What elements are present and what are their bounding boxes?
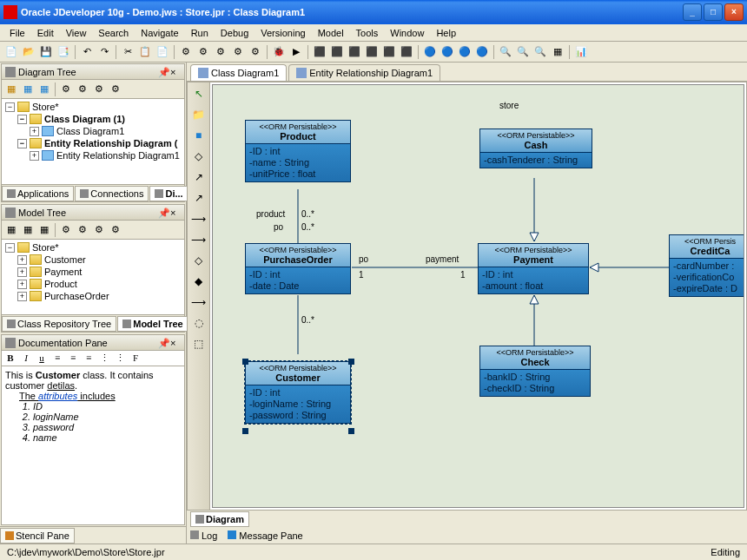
tree-btn-icon[interactable]: ⚙ [108, 222, 123, 238]
underline-icon[interactable]: u [35, 352, 49, 364]
tree-item[interactable]: +Entity Relationship Diagram1 [3, 149, 182, 161]
palette-icon[interactable]: ↗ [191, 190, 207, 206]
class-purchaseorder[interactable]: <<ORM Persistable>>PurchaseOrder -ID : i… [245, 243, 351, 294]
menu-edit[interactable]: Edit [31, 26, 60, 40]
open-icon[interactable]: 📂 [21, 44, 36, 60]
tool-icon[interactable]: ⬛ [381, 44, 397, 60]
tree-item[interactable]: +Product [3, 278, 182, 290]
maximize-button[interactable]: □ [704, 3, 723, 21]
tool-icon[interactable]: ⚙ [195, 44, 211, 60]
tree-btn-icon[interactable]: ▦ [36, 82, 52, 97]
tree-item[interactable]: −Entity Relationship Diagram ( [3, 137, 182, 149]
align-left-icon[interactable]: ≡ [50, 352, 64, 364]
palette-icon[interactable]: ◇ [191, 253, 207, 268]
tool-icon[interactable]: 🔵 [440, 44, 455, 60]
tree-btn-icon[interactable]: ⚙ [91, 82, 107, 97]
tree-item[interactable]: +PurchaseOrder [3, 290, 182, 302]
close-button[interactable]: × [724, 3, 744, 21]
tree-root[interactable]: −Store* [3, 241, 182, 254]
tree-item[interactable]: −Class Diagram (1) [3, 113, 182, 125]
tab-model-tree[interactable]: Model Tree [117, 316, 188, 332]
tab-diagram[interactable]: Diagram [190, 511, 249, 527]
menu-search[interactable]: Search [92, 26, 135, 40]
tree-item[interactable]: +Class Diagram1 [3, 125, 182, 137]
align-center-icon[interactable]: ≡ [66, 352, 80, 364]
tool-icon[interactable]: 📊 [573, 44, 589, 60]
panel-close-icon[interactable]: × [170, 67, 181, 77]
message-tab[interactable]: Message Pane [228, 530, 302, 541]
pin-icon[interactable]: 📌 [158, 208, 169, 218]
pin-icon[interactable]: 📌 [158, 67, 169, 77]
tree-btn-icon[interactable]: ⚙ [58, 82, 74, 97]
tree-item[interactable]: +Customer [3, 254, 182, 266]
redo-icon[interactable]: ↷ [96, 44, 112, 60]
palette-icon[interactable]: ↗ [191, 169, 207, 185]
save-icon[interactable]: 💾 [38, 44, 54, 60]
menu-tools[interactable]: Tools [350, 26, 385, 40]
cut-icon[interactable]: ✂ [120, 44, 136, 60]
diagram-canvas[interactable]: store <<ORM Persistable>>Product -ID : i… [212, 84, 744, 508]
log-tab[interactable]: Log [190, 530, 217, 541]
new-icon[interactable]: 📄 [3, 44, 19, 60]
tool-icon[interactable]: ⬛ [312, 44, 327, 60]
list-icon[interactable]: ⋮ [113, 352, 127, 364]
run-icon[interactable]: ▶ [288, 44, 304, 60]
palette-icon[interactable]: ⟶ [191, 211, 207, 227]
tab-class-diagram[interactable]: Class Diagram1 [190, 64, 287, 81]
font-icon[interactable]: F [129, 352, 142, 364]
palette-icon[interactable]: ◇ [191, 148, 207, 164]
tree-root[interactable]: −Store* [3, 101, 182, 113]
tab-er-diagram[interactable]: Entity Relationship Diagram1 [288, 64, 440, 81]
tree-btn-icon[interactable]: ⚙ [91, 222, 107, 238]
tool-icon[interactable]: ⚙ [178, 44, 194, 60]
tab-stencil[interactable]: Stencil Pane [0, 528, 75, 544]
class-creditcard[interactable]: <<ORM PersisCreditCa -cardNumber : -veri… [669, 234, 744, 297]
zoom-out-icon[interactable]: 🔍 [515, 44, 531, 60]
class-check[interactable]: <<ORM Persistable>>Check -bankID : Strin… [479, 346, 591, 397]
tool-icon[interactable]: ⬛ [329, 44, 345, 60]
palette-icon[interactable]: ■ [191, 128, 207, 143]
palette-icon[interactable]: ⟶ [191, 232, 207, 247]
palette-icon[interactable]: ⬚ [191, 336, 207, 352]
palette-icon[interactable]: ◆ [191, 273, 207, 289]
pin-icon[interactable]: 📌 [158, 338, 169, 348]
tree-btn-icon[interactable]: ▦ [3, 82, 19, 97]
documentation-content[interactable]: This is Customer class. It contains cust… [2, 366, 184, 524]
tree-btn-icon[interactable]: ⚙ [75, 82, 90, 97]
menu-model[interactable]: Model [312, 26, 350, 40]
palette-icon[interactable]: ⟶ [191, 294, 207, 310]
tool-icon[interactable]: ⬛ [364, 44, 380, 60]
menu-versioning[interactable]: Versioning [255, 26, 311, 40]
tree-btn-icon[interactable]: ▦ [3, 222, 19, 238]
class-product[interactable]: <<ORM Persistable>>Product -ID : int-nam… [245, 120, 351, 182]
palette-icon[interactable]: ◌ [191, 315, 207, 331]
debug-icon[interactable]: 🐞 [271, 44, 287, 60]
tool-icon[interactable]: 🔵 [474, 44, 490, 60]
zoom-in-icon[interactable]: 🔍 [498, 44, 513, 60]
menu-window[interactable]: Window [384, 26, 430, 40]
list-icon[interactable]: ⋮ [97, 352, 111, 364]
menu-help[interactable]: Help [430, 26, 462, 40]
menu-debug[interactable]: Debug [215, 26, 255, 40]
class-cash[interactable]: <<ORM Persistable>>Cash -cashTenderer : … [479, 128, 592, 168]
zoom-fit-icon[interactable]: 🔍 [532, 44, 548, 60]
align-right-icon[interactable]: ≡ [82, 352, 96, 364]
tool-icon[interactable]: ⬛ [347, 44, 362, 60]
paste-icon[interactable]: 📄 [155, 44, 170, 60]
undo-icon[interactable]: ↶ [79, 44, 95, 60]
tool-icon[interactable]: ⚙ [230, 44, 246, 60]
copy-icon[interactable]: 📋 [137, 44, 153, 60]
tab-class-repo[interactable]: Class Repository Tree [2, 316, 116, 332]
minimize-button[interactable]: _ [683, 3, 702, 21]
tool-icon[interactable]: ⚙ [213, 44, 228, 60]
menu-run[interactable]: Run [185, 26, 215, 40]
tab-connections[interactable]: Connections [75, 186, 149, 201]
tree-btn-icon[interactable]: ⚙ [75, 222, 90, 238]
tree-item[interactable]: +Payment [3, 266, 182, 278]
class-customer[interactable]: <<ORM Persistable>>Customer -ID : int-lo… [245, 361, 351, 424]
tool-icon[interactable]: ⬛ [399, 44, 414, 60]
tree-btn-icon[interactable]: ⚙ [108, 82, 123, 97]
menu-navigate[interactable]: Navigate [135, 26, 184, 40]
menu-file[interactable]: File [3, 26, 31, 40]
palette-icon[interactable]: 📁 [191, 107, 207, 122]
